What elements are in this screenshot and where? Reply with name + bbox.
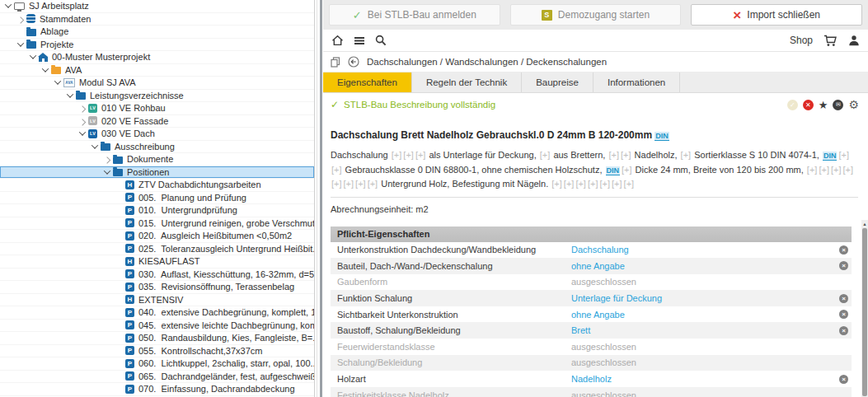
property-value[interactable]: ohne Angabe: [571, 310, 833, 320]
tree-item[interactable]: LV020 VE Fassade: [0, 115, 314, 128]
property-value[interactable]: Unterlage für Deckung: [571, 293, 833, 303]
tree-item[interactable]: P020. Ausgleich Heißbitumen <0,50m2: [0, 230, 314, 243]
expand-plus-token[interactable]: [+]: [392, 150, 402, 160]
expand-plus-token[interactable]: [+]: [599, 179, 610, 189]
tree-item[interactable]: P055. Kontrollschacht,37x37cm: [0, 345, 314, 358]
expander-open-icon[interactable]: [53, 80, 62, 85]
expander-closed-icon[interactable]: [77, 119, 87, 124]
din-badge[interactable]: DIN: [823, 152, 838, 161]
tab-eigenschaften[interactable]: Eigenschaften: [323, 72, 412, 92]
expand-plus-token[interactable]: [+]: [540, 150, 551, 160]
tree-item[interactable]: P025. Toleranzausgleich Untergrund Heißb…: [0, 243, 314, 256]
expand-plus-token[interactable]: [+]: [819, 165, 829, 175]
remove-value-icon[interactable]: ×: [839, 326, 848, 335]
expand-plus-token[interactable]: [+]: [403, 150, 414, 160]
expand-plus-token[interactable]: [+]: [575, 179, 586, 189]
expander-closed-icon[interactable]: [102, 156, 111, 161]
tree-item[interactable]: Ausschreibung: [0, 141, 314, 154]
tree-item[interactable]: SJ Arbeitsplatz: [0, 0, 314, 13]
scrollbar-thumb[interactable]: [862, 228, 867, 396]
tree-item[interactable]: LV010 VE Rohbau: [0, 102, 314, 115]
expander-open-icon[interactable]: [90, 144, 99, 149]
remove-value-icon[interactable]: ×: [839, 375, 848, 384]
property-value[interactable]: Nadelholz: [571, 374, 833, 384]
expander-closed-icon[interactable]: [77, 105, 87, 110]
remove-value-icon[interactable]: ×: [839, 294, 848, 303]
tree-item[interactable]: P010. Untergrundprüfung: [0, 204, 314, 217]
expander-open-icon[interactable]: [77, 131, 87, 136]
tree-item[interactable]: HKIESAUFLAST: [0, 255, 314, 269]
expand-plus-token[interactable]: [+]: [624, 179, 635, 189]
expand-plus-token[interactable]: [+]: [355, 179, 366, 189]
tree-item[interactable]: 00-Muster Musterprojekt: [0, 51, 314, 64]
expand-plus-token[interactable]: [+]: [621, 150, 631, 160]
property-value[interactable]: ohne Angabe: [571, 261, 833, 271]
expand-plus-token[interactable]: [+]: [622, 165, 632, 175]
din-badge[interactable]: DIN: [655, 132, 669, 141]
expander-open-icon[interactable]: [3, 3, 12, 8]
expand-plus-token[interactable]: [+]: [368, 179, 378, 189]
expand-plus-token[interactable]: [+]: [608, 150, 619, 160]
table-scrollbar[interactable]: ▲: [861, 220, 868, 397]
complete-check-icon[interactable]: ✓: [787, 100, 798, 110]
home-icon[interactable]: [331, 35, 344, 46]
menu-icon[interactable]: [354, 36, 364, 45]
expander-open-icon[interactable]: [102, 170, 111, 175]
tab-baupreise[interactable]: Baupreise: [522, 72, 594, 92]
copy-icon[interactable]: [331, 57, 340, 68]
tab-regeln-der-technik[interactable]: Regeln der Technik: [412, 72, 522, 92]
tree-item[interactable]: Stammdaten: [0, 13, 314, 26]
din-badge[interactable]: DIN: [606, 166, 621, 175]
property-value[interactable]: Brett: [571, 325, 833, 335]
expand-plus-token[interactable]: [+]: [807, 165, 818, 175]
tab-informationen[interactable]: Informationen: [594, 72, 680, 92]
tree-item[interactable]: HEXTENSIV: [0, 294, 314, 307]
expand-plus-token[interactable]: [+]: [612, 179, 622, 189]
tree-item[interactable]: P030. Auflast, Kiesschüttung, 16-32mm, d…: [0, 269, 314, 282]
tree-item[interactable]: AVA: [0, 64, 314, 77]
tree-item[interactable]: Leistungsverzeichnisse: [0, 90, 314, 103]
tree-item[interactable]: P035. Revisionsöffnung, Terassenbelag: [0, 281, 314, 294]
shop-link[interactable]: Shop: [790, 35, 813, 46]
expand-plus-token[interactable]: [+]: [831, 165, 842, 175]
tree-item[interactable]: P040. extensive Dachbegrünung, komplett,…: [0, 306, 314, 320]
expand-plus-token[interactable]: [+]: [415, 150, 426, 160]
tree-item[interactable]: P005. Planung und Prüfung: [0, 192, 314, 205]
expand-plus-token[interactable]: [+]: [681, 150, 692, 160]
tree-item[interactable]: P070. Einfassung, Dachrandabdeckung: [0, 383, 314, 396]
expand-plus-token[interactable]: [+]: [331, 179, 342, 189]
tree-item[interactable]: Dokumente: [0, 153, 314, 166]
tree-item[interactable]: P050. Randausbildung, Kies, Fangleiste, …: [0, 332, 314, 345]
expand-plus-token[interactable]: [+]: [588, 179, 598, 189]
panel-splitter[interactable]: [314, 0, 323, 397]
expand-plus-token[interactable]: [+]: [564, 179, 575, 189]
settings-gear-icon[interactable]: ⚙: [848, 99, 859, 110]
expander-open-icon[interactable]: [65, 93, 74, 98]
stlb-login-button[interactable]: ✓ Bei STLB-Bau anmelden: [329, 4, 500, 26]
expand-plus-token[interactable]: [+]: [331, 165, 342, 175]
tree-item[interactable]: P060. Lichtkuppel, 2schalig, starr, opal…: [0, 357, 314, 371]
favorite-star-icon[interactable]: ★: [819, 100, 828, 110]
tree-item[interactable]: Ablage: [0, 26, 314, 39]
expander-closed-icon[interactable]: [16, 16, 25, 21]
expander-open-icon[interactable]: [16, 42, 25, 47]
mail-icon[interactable]: ✉: [833, 100, 843, 110]
tree-item[interactable]: Positionen: [0, 166, 314, 180]
back-icon[interactable]: [348, 56, 359, 68]
property-value[interactable]: Dachschalung: [571, 245, 833, 255]
expand-plus-token[interactable]: [+]: [344, 179, 354, 189]
scroll-up-icon[interactable]: ▲: [861, 220, 868, 227]
remove-value-icon[interactable]: ×: [839, 245, 848, 255]
remove-value-icon[interactable]: ×: [839, 310, 848, 319]
remove-value-icon[interactable]: ×: [839, 261, 848, 270]
close-import-button[interactable]: × Import schließen: [691, 4, 862, 26]
expander-open-icon[interactable]: [28, 54, 37, 59]
tree-item[interactable]: Projekte: [0, 39, 314, 52]
expander-open-icon[interactable]: [40, 68, 49, 72]
tree-item[interactable]: P065. Dachrandgeländer, fest, aufgeschwe…: [0, 371, 314, 384]
tree-item[interactable]: AVAModul SJ AVA: [0, 77, 314, 90]
cart-icon[interactable]: [823, 35, 838, 47]
search-icon[interactable]: [375, 35, 387, 46]
expand-plus-token[interactable]: [+]: [551, 179, 562, 189]
tree-item[interactable]: LV030 VE Dach: [0, 128, 314, 141]
